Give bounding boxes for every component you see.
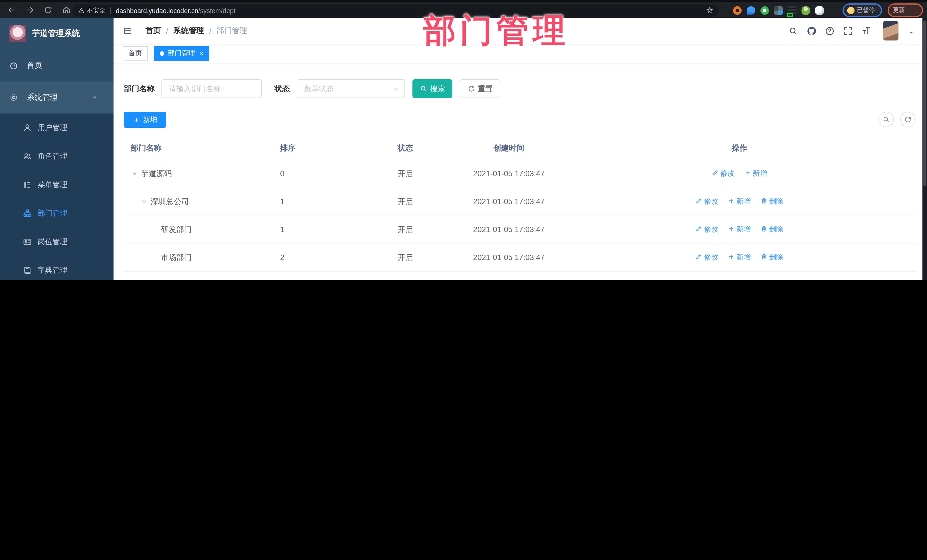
sidebar-item-首页[interactable]: 首页 — [0, 50, 114, 82]
page-scrollbar[interactable] — [922, 18, 927, 280]
cell-sort: 2 — [273, 243, 391, 272]
extension-grid-icon[interactable] — [774, 6, 783, 15]
forward-icon[interactable] — [23, 3, 36, 17]
caret-down-icon[interactable] — [908, 28, 915, 34]
browser-update-button[interactable]: 更新 ⋮ — [887, 3, 923, 17]
table-header-row: 部门名称排序状态创建时间操作 — [124, 137, 917, 160]
cell-status: 开启 — [391, 188, 456, 216]
sidebar-item-菜单管理[interactable]: 菜单管理 — [0, 170, 114, 199]
extension-green-check-icon[interactable] — [760, 6, 769, 15]
action-删除-button[interactable]: 删除 — [760, 197, 783, 206]
hamburger-icon[interactable] — [123, 26, 133, 36]
plus-icon — [744, 169, 751, 178]
sidebar-item-label: 用户管理 — [38, 123, 67, 133]
refresh-table-button[interactable] — [900, 112, 916, 127]
sidebar-item-系统管理[interactable]: 系统管理 — [0, 82, 114, 114]
tag-close-icon[interactable]: × — [200, 50, 204, 57]
show-search-toggle-button[interactable] — [878, 112, 894, 127]
menu-list-icon — [23, 180, 32, 189]
extension-pin-icon[interactable] — [747, 6, 755, 15]
sidebar-menu: 首页系统管理用户管理角色管理菜单管理部门管理岗位管理字典管理通知公告审计日志在线… — [0, 50, 114, 280]
action-新增-button[interactable]: 新增 — [728, 225, 751, 234]
sidebar-item-角色管理[interactable]: 角色管理 — [0, 142, 114, 170]
sidebar-item-岗位管理[interactable]: 岗位管理 — [0, 228, 114, 256]
sidebar-item-label: 字典管理 — [38, 265, 67, 275]
extension-puzzle-icon[interactable] — [815, 6, 824, 15]
cell-created: 2021-01-05 17:03:47 — [456, 272, 562, 280]
cell-sort: 0 — [273, 160, 391, 188]
dept-name-input[interactable] — [161, 79, 262, 98]
dept-name: 深圳总公司 — [150, 196, 189, 207]
cell-created: 2021-01-05 17:03:47 — [456, 216, 562, 243]
table-row: 深圳总公司1开启2021-01-05 17:03:47修改新增删除 — [124, 188, 917, 216]
fullscreen-icon[interactable] — [843, 26, 853, 36]
row-expand-icon[interactable] — [131, 169, 139, 178]
app-logo-row[interactable]: 芋道管理系统 — [0, 18, 114, 50]
scrollbar-thumb[interactable] — [923, 21, 926, 186]
action-修改-button[interactable]: 修改 — [712, 169, 734, 179]
edit-icon — [695, 197, 702, 206]
profile-emoji-icon — [847, 6, 854, 14]
paused-label: 已暂停 — [857, 6, 875, 14]
reload-icon[interactable] — [41, 3, 55, 17]
dept-name: 研发部门 — [161, 225, 191, 235]
action-新增-button[interactable]: 新增 — [728, 253, 751, 262]
column-header-操作: 操作 — [562, 137, 917, 160]
tag-部门管理[interactable]: 部门管理× — [154, 46, 209, 61]
action-新增-button[interactable]: 新增 — [744, 169, 767, 179]
sidebar-item-label: 首页 — [27, 61, 42, 71]
home-icon[interactable] — [59, 3, 73, 17]
sidebar-item-字典管理[interactable]: 字典管理 — [0, 256, 114, 280]
cell-status: 开启 — [391, 272, 456, 280]
github-icon[interactable] — [807, 26, 816, 36]
breadcrumb: 首页/系统管理/部门管理 — [146, 26, 247, 36]
action-修改-button[interactable]: 修改 — [695, 197, 718, 206]
search-icon[interactable] — [789, 26, 798, 36]
extension-orange-icon[interactable] — [733, 6, 742, 15]
cell-name: 市场部门 — [124, 243, 273, 272]
status-select[interactable]: 菜单状态 — [296, 79, 405, 98]
avatar[interactable] — [883, 21, 898, 41]
extension-person-icon[interactable] — [801, 6, 810, 15]
tag-首页[interactable]: 首页 — [123, 46, 148, 61]
profile-paused-chip[interactable]: 已暂停 — [843, 3, 882, 17]
action-删除-button[interactable]: 删除 — [760, 253, 783, 262]
search-button[interactable]: 搜索 — [412, 79, 452, 98]
add-button[interactable]: 新增 — [124, 112, 166, 128]
action-删除-button[interactable]: 删除 — [760, 225, 783, 234]
action-新增-button[interactable]: 新增 — [728, 197, 751, 206]
row-expand-icon[interactable] — [140, 197, 149, 206]
sidebar-item-部门管理[interactable]: 部门管理 — [0, 199, 114, 228]
sidebar-item-label: 岗位管理 — [38, 237, 67, 247]
plus-icon — [728, 197, 735, 206]
breadcrumb-separator: / — [166, 27, 168, 35]
address-bar[interactable]: 不安全 dashboard.yudao.iocoder.cn /system/d… — [73, 5, 719, 17]
tag-label: 部门管理 — [168, 49, 195, 58]
column-header-排序: 排序 — [273, 137, 391, 160]
org-tree-icon — [23, 209, 32, 218]
breadcrumb-item-系统管理[interactable]: 系统管理 — [173, 26, 204, 36]
sidebar-item-label: 菜单管理 — [38, 180, 67, 190]
navbar-actions — [789, 21, 927, 41]
cell-sort: 1 — [273, 216, 391, 243]
action-label: 修改 — [704, 197, 718, 206]
help-icon[interactable] — [825, 26, 834, 36]
breadcrumb-item-首页[interactable]: 首页 — [146, 26, 161, 36]
page: 不安全 dashboard.yudao.iocoder.cn /system/d… — [0, 0, 927, 280]
extension-list-on-icon[interactable]: on — [788, 6, 796, 15]
search-button-label: 搜索 — [430, 83, 445, 94]
back-icon[interactable] — [5, 3, 18, 17]
chevron-down-icon — [392, 85, 399, 93]
font-size-icon[interactable] — [862, 26, 871, 36]
book-icon — [23, 266, 32, 275]
trash-icon — [760, 253, 767, 262]
reset-button[interactable]: 重置 — [460, 79, 500, 98]
action-修改-button[interactable]: 修改 — [695, 253, 718, 262]
extension-on-badge: on — [787, 13, 793, 17]
sidebar-submenu: 用户管理角色管理菜单管理部门管理岗位管理字典管理通知公告审计日志在线用户短信管理… — [0, 114, 114, 280]
bookmark-star-icon[interactable] — [706, 6, 713, 15]
app-logo — [9, 25, 26, 42]
breadcrumb-separator: / — [209, 27, 212, 35]
sidebar-item-用户管理[interactable]: 用户管理 — [0, 114, 114, 142]
action-修改-button[interactable]: 修改 — [695, 225, 718, 234]
